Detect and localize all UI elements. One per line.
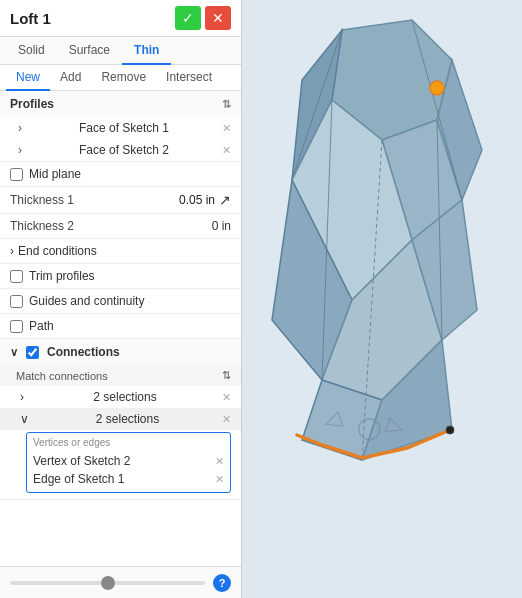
chevron-sel2-icon: ∨ — [20, 412, 29, 426]
connections-header: ∨ Connections — [0, 339, 241, 365]
slider-container — [10, 581, 205, 585]
remove-selection-2[interactable]: ✕ — [222, 413, 231, 426]
remove-vertex-2[interactable]: ✕ — [215, 473, 224, 486]
profile-item-1[interactable]: › Face of Sketch 1 ✕ — [0, 117, 241, 139]
panel-title: Loft 1 — [10, 10, 51, 27]
flip-direction-icon[interactable]: ↗ — [219, 192, 231, 208]
thickness2-section: Thickness 2 0 in — [0, 214, 241, 239]
remove-profile-1[interactable]: ✕ — [222, 122, 231, 135]
sort-icon[interactable]: ⇅ — [222, 98, 231, 111]
help-button[interactable]: ? — [213, 574, 231, 592]
match-sort-icon[interactable]: ⇅ — [222, 369, 231, 382]
trim-profiles-label: Trim profiles — [29, 269, 95, 283]
profiles-header: Profiles ⇅ — [0, 91, 241, 117]
thickness1-value: 0.05 in — [179, 193, 215, 207]
vertex-label-2: Edge of Sketch 1 — [33, 472, 124, 486]
header-buttons: ✓ ✕ — [175, 6, 231, 30]
vertex-item-1[interactable]: Vertex of Sketch 2 ✕ — [33, 452, 224, 470]
tab-solid[interactable]: Solid — [6, 37, 57, 65]
subtab-new[interactable]: New — [6, 65, 50, 91]
3d-scene-svg: ◁ ◯ ▷ — [242, 0, 522, 598]
panel-header: Loft 1 ✓ ✕ — [0, 0, 241, 37]
profile-item-2[interactable]: › Face of Sketch 2 ✕ — [0, 139, 241, 161]
path-checkbox[interactable] — [10, 320, 23, 333]
chevron-icon-2: › — [18, 143, 22, 157]
mid-plane-label: Mid plane — [29, 167, 81, 181]
profile-label-1: Face of Sketch 1 — [79, 121, 169, 135]
ok-button[interactable]: ✓ — [175, 6, 201, 30]
zoom-slider[interactable] — [10, 581, 205, 585]
connections-checkbox[interactable] — [26, 346, 39, 359]
chevron-icon-1: › — [18, 121, 22, 135]
subtab-remove[interactable]: Remove — [91, 65, 156, 91]
thickness2-row: Thickness 2 0 in — [0, 214, 241, 238]
thickness2-value: 0 in — [212, 219, 231, 233]
svg-text:◯: ◯ — [357, 415, 382, 441]
trim-profiles-row[interactable]: Trim profiles — [0, 264, 241, 288]
vertex-item-2[interactable]: Edge of Sketch 1 ✕ — [33, 470, 224, 488]
connections-section: ∨ Connections Match connections ⇅ › 2 se… — [0, 339, 241, 500]
left-panel: Loft 1 ✓ ✕ Solid Surface Thin New Add Re… — [0, 0, 242, 598]
match-connections-label: Match connections — [16, 370, 108, 382]
guides-label: Guides and continuity — [29, 294, 144, 308]
thickness1-row: Thickness 1 0.05 in ↗ — [0, 187, 241, 213]
connections-label: Connections — [47, 345, 120, 359]
thickness1-label: Thickness 1 — [10, 193, 74, 207]
profile-label-2: Face of Sketch 2 — [79, 143, 169, 157]
tab-thin[interactable]: Thin — [122, 37, 171, 65]
trim-profiles-section: Trim profiles — [0, 264, 241, 289]
trim-profiles-checkbox[interactable] — [10, 270, 23, 283]
path-label: Path — [29, 319, 54, 333]
end-conditions-section: › End conditions — [0, 239, 241, 264]
collapse-connections-icon[interactable]: ∨ — [10, 346, 18, 359]
remove-profile-2[interactable]: ✕ — [222, 144, 231, 157]
3d-viewport[interactable]: ◁ ◯ ▷ — [242, 0, 522, 598]
remove-selection-1[interactable]: ✕ — [222, 391, 231, 404]
selection-item-2[interactable]: ∨ 2 selections ✕ — [0, 408, 241, 430]
selection2-label: 2 selections — [96, 412, 159, 426]
path-row[interactable]: Path — [0, 314, 241, 338]
cancel-button[interactable]: ✕ — [205, 6, 231, 30]
guides-section: Guides and continuity — [0, 289, 241, 314]
profiles-section: Profiles ⇅ › Face of Sketch 1 ✕ › Face o… — [0, 91, 241, 162]
match-connections-header: Match connections ⇅ — [0, 365, 241, 386]
end-conditions-row[interactable]: › End conditions — [0, 239, 241, 263]
chevron-end-icon: › — [10, 244, 14, 258]
guides-row[interactable]: Guides and continuity — [0, 289, 241, 313]
selection-item-1[interactable]: › 2 selections ✕ — [0, 386, 241, 408]
subtab-add[interactable]: Add — [50, 65, 91, 91]
panel-footer: ? — [0, 566, 241, 598]
mid-plane-row[interactable]: Mid plane — [0, 162, 241, 186]
panel-scroll-area: Profiles ⇅ › Face of Sketch 1 ✕ › Face o… — [0, 91, 241, 566]
vertices-edges-label: Vertices or edges — [33, 437, 224, 448]
chevron-sel1-icon: › — [20, 390, 24, 404]
type-tabs: Solid Surface Thin — [0, 37, 241, 65]
operation-tabs: New Add Remove Intersect — [0, 65, 241, 91]
svg-point-16 — [430, 81, 444, 95]
vertices-edges-box: Vertices or edges Vertex of Sketch 2 ✕ E… — [26, 432, 231, 493]
svg-point-17 — [446, 426, 454, 434]
profiles-label: Profiles — [10, 97, 54, 111]
selection1-label: 2 selections — [93, 390, 156, 404]
subtab-intersect[interactable]: Intersect — [156, 65, 222, 91]
path-section: Path — [0, 314, 241, 339]
thickness1-value-container: 0.05 in ↗ — [179, 192, 231, 208]
end-conditions-label: End conditions — [18, 244, 97, 258]
tab-surface[interactable]: Surface — [57, 37, 122, 65]
mid-plane-section: Mid plane — [0, 162, 241, 187]
guides-checkbox[interactable] — [10, 295, 23, 308]
thickness1-section: Thickness 1 0.05 in ↗ — [0, 187, 241, 214]
remove-vertex-1[interactable]: ✕ — [215, 455, 224, 468]
vertex-label-1: Vertex of Sketch 2 — [33, 454, 130, 468]
thickness2-label: Thickness 2 — [10, 219, 74, 233]
mid-plane-checkbox[interactable] — [10, 168, 23, 181]
